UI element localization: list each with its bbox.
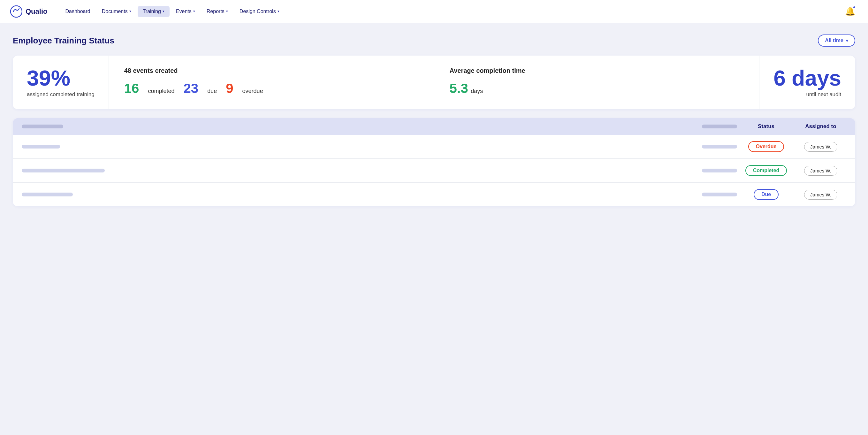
events-row: 16 completed 23 due 9 overdue — [124, 81, 419, 96]
logo[interactable]: Qualio — [10, 5, 47, 18]
chevron-down-icon: ▾ — [193, 9, 195, 13]
navbar: Qualio Dashboard Documents ▾ Training ▾ … — [0, 0, 868, 23]
status-badge: Due — [742, 189, 790, 200]
main-content: Employee Training Status All time ▾ 39% … — [0, 23, 868, 218]
th-status: Status — [742, 123, 790, 130]
nav-right: 🔔 — [842, 4, 858, 19]
nav-item-design-controls[interactable]: Design Controls ▾ — [235, 6, 284, 17]
completed-badge: Completed — [745, 165, 787, 176]
th-placeholder-left — [22, 125, 697, 128]
chevron-down-icon: ▾ — [278, 9, 279, 13]
assigned-badge: James W. — [795, 142, 846, 152]
row-content — [22, 168, 697, 173]
completed-count: 16 — [124, 81, 139, 96]
nav-items: Dashboard Documents ▾ Training ▾ Events … — [60, 6, 842, 17]
chevron-down-icon: ▾ — [129, 9, 131, 13]
completed-label: completed — [148, 88, 174, 95]
avg-title: Average completion time — [450, 67, 744, 74]
avg-value-row: 5.3 days — [450, 81, 744, 96]
table-header: Status Assigned to — [13, 118, 855, 135]
status-badge: Overdue — [742, 141, 790, 152]
page-header: Employee Training Status All time ▾ — [13, 34, 855, 46]
assigned-badge: James W. — [795, 166, 846, 176]
audit-label: until next audit — [773, 91, 841, 98]
logo-text: Qualio — [26, 7, 47, 15]
row-right: Due James W. — [702, 189, 846, 200]
logo-icon — [10, 5, 22, 18]
due-label: due — [207, 88, 217, 95]
page-title: Employee Training Status — [13, 36, 114, 46]
stat-avg-block: Average completion time 5.3 days — [434, 56, 760, 109]
assignee-label: James W. — [804, 166, 837, 176]
nav-item-reports[interactable]: Reports ▾ — [202, 6, 233, 17]
nav-item-documents[interactable]: Documents ▾ — [97, 6, 136, 17]
stat-audit-block: 6 days until next audit — [760, 56, 855, 109]
th-assigned: Assigned to — [795, 123, 846, 130]
table-section: Status Assigned to Overdue James W. — [13, 118, 855, 206]
th-bar-left — [22, 125, 63, 128]
table-row[interactable]: Overdue James W. — [13, 135, 855, 159]
row-content — [22, 145, 697, 149]
row-bar — [22, 193, 73, 196]
nav-item-events[interactable]: Events ▾ — [171, 6, 200, 17]
audit-days: 6 days — [773, 67, 841, 89]
chevron-down-icon: ▾ — [226, 9, 228, 13]
avg-days-unit: days — [471, 88, 483, 94]
status-badge: Completed — [742, 165, 790, 176]
nav-item-dashboard[interactable]: Dashboard — [60, 6, 95, 17]
row-bar — [22, 168, 105, 173]
due-count: 23 — [183, 81, 198, 96]
stat-percentage-block: 39% assigned completed training — [13, 56, 109, 109]
stat-events-block: 48 events created 16 completed 23 due 9 … — [109, 56, 434, 109]
stats-section: 39% assigned completed training 48 event… — [13, 56, 855, 109]
notification-dot — [853, 6, 856, 9]
row-right: Completed James W. — [702, 165, 846, 176]
nav-item-training[interactable]: Training ▾ — [137, 6, 169, 17]
svg-point-0 — [10, 6, 22, 17]
stat-percentage: 39% — [27, 67, 95, 89]
chevron-down-icon: ▾ — [846, 38, 848, 43]
events-title: 48 events created — [124, 67, 419, 74]
table-row[interactable]: Completed James W. — [13, 159, 855, 183]
overdue-label: overdue — [242, 88, 263, 95]
row-bar — [22, 145, 60, 149]
assigned-badge: James W. — [795, 190, 846, 199]
th-bar-mid — [702, 125, 737, 128]
avg-days-num: 5.3 — [450, 81, 468, 96]
chevron-down-icon: ▾ — [162, 9, 164, 13]
row-right: Overdue James W. — [702, 141, 846, 152]
time-filter-button[interactable]: All time ▾ — [818, 34, 855, 46]
assignee-label: James W. — [804, 142, 837, 152]
row-meta-bar — [702, 193, 737, 196]
notifications-button[interactable]: 🔔 — [842, 4, 858, 19]
overdue-badge: Overdue — [748, 141, 784, 152]
row-meta-bar — [702, 168, 737, 173]
row-content — [22, 193, 697, 196]
row-meta-bar — [702, 145, 737, 149]
table-row[interactable]: Due James W. — [13, 183, 855, 206]
assignee-label: James W. — [804, 190, 837, 199]
due-badge: Due — [754, 189, 779, 200]
stat-percentage-label: assigned completed training — [27, 91, 95, 98]
overdue-count: 9 — [226, 81, 233, 96]
